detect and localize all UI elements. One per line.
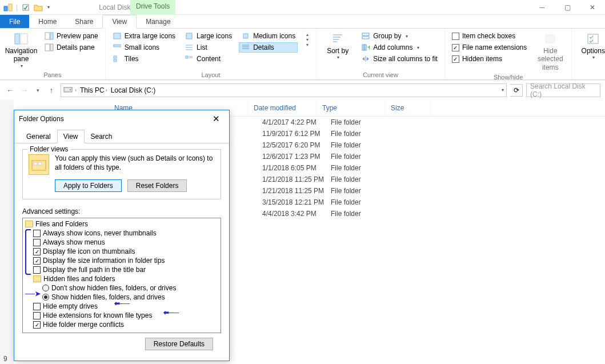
layout-large-icons[interactable]: Large icons [182, 31, 234, 41]
recent-locations-dropdown[interactable]: ▾ [32, 85, 43, 96]
column-header-date[interactable]: Date modified [248, 99, 316, 116]
drive-icon [63, 85, 73, 95]
svg-rect-1 [9, 4, 12, 11]
address-dropdown[interactable]: ▾ [502, 87, 504, 93]
size-columns-icon [361, 55, 370, 63]
dialog-title-bar[interactable]: Folder Options ✕ [14, 110, 229, 127]
tab-view[interactable]: View [102, 15, 137, 29]
tab-file[interactable]: File [0, 15, 29, 28]
back-button[interactable]: ← [5, 85, 16, 96]
new-folder-icon[interactable] [34, 3, 43, 12]
tree-item[interactable]: Display the full path in the title bar [25, 265, 218, 274]
tree-item[interactable]: Always show icons, never thumbnails [25, 229, 218, 238]
tree-item-label: Display file size information in folder … [43, 257, 165, 265]
svg-rect-4 [21, 34, 27, 44]
close-button[interactable]: ✕ [580, 0, 605, 15]
forward-button[interactable]: → [18, 85, 30, 96]
breadcrumb-this-pc[interactable]: This PC› [79, 86, 109, 94]
dialog-tab-view[interactable]: View [57, 130, 85, 143]
svg-rect-35 [546, 35, 555, 43]
layout-list[interactable]: List [182, 42, 234, 53]
breadcrumb-root[interactable]: › [74, 87, 78, 93]
cell-type: File folder [331, 210, 399, 218]
svg-rect-0 [4, 6, 7, 11]
layout-details[interactable]: Details [239, 42, 298, 53]
tree-item[interactable]: ✓Display file icon on thumbnails [25, 247, 218, 256]
tree-item[interactable]: Hide extensions for known file types [25, 311, 218, 320]
details-pane-button[interactable]: Details pane [42, 42, 101, 53]
folder-options-dialog: Folder Options ✕ General View Search Fol… [14, 110, 230, 361]
preview-pane-icon [45, 32, 54, 40]
tab-home[interactable]: Home [29, 15, 66, 28]
layout-tiles[interactable]: Tiles [110, 54, 178, 64]
hide-selected-items-button[interactable]: Hide selected items [534, 31, 567, 73]
column-header-type[interactable]: Type [316, 99, 385, 116]
checkbox-icon [33, 230, 41, 237]
minimize-button[interactable]: ─ [530, 0, 555, 15]
group-by-button[interactable]: Group by ▾ [359, 31, 440, 41]
layout-small-icons[interactable]: Small icons [110, 42, 178, 53]
checkbox-icon [33, 239, 41, 246]
tree-item[interactable]: ✓Display file size information in folder… [25, 256, 218, 265]
tab-manage[interactable]: Manage [137, 15, 179, 28]
svg-rect-13 [114, 59, 117, 62]
folder-views-description: You can apply this view (such as Details… [55, 154, 215, 175]
breadcrumb-local-disk[interactable]: Local Disk (C:) [110, 86, 157, 94]
layout-extra-large-icons[interactable]: Extra large icons [110, 31, 178, 41]
column-header-size[interactable]: Size [385, 99, 431, 116]
svg-rect-2 [23, 5, 29, 10]
navigation-tree-collapsed[interactable] [0, 99, 14, 364]
dialog-tab-search[interactable]: Search [85, 130, 119, 143]
svg-rect-9 [114, 33, 121, 39]
sort-by-button[interactable]: Sort by ▾ [321, 31, 354, 62]
dialog-close-button[interactable]: ✕ [207, 112, 225, 126]
layout-medium-icons[interactable]: Medium icons [239, 31, 298, 41]
properties-icon[interactable] [21, 3, 30, 12]
cell-date: 12/5/2017 6:20 PM [262, 141, 331, 149]
advanced-settings-tree[interactable]: Files and Folders Always show icons, nev… [22, 218, 221, 333]
layout-gallery-scroll[interactable]: ▴▾▾ [302, 31, 311, 49]
options-button[interactable]: Options ▾ [576, 31, 605, 62]
list-icon [185, 43, 194, 51]
tree-item[interactable]: Don't show hidden files, folders, or dri… [25, 283, 218, 293]
cell-date: 1/21/2018 11:25 PM [262, 175, 331, 183]
svg-rect-10 [114, 45, 117, 47]
window-controls: ─ ▢ ✕ [530, 0, 605, 15]
maximize-button[interactable]: ▢ [555, 0, 580, 15]
ribbon-group-show-hide: Item check boxes ✓File name extensions ✓… [445, 29, 572, 79]
file-name-extensions-toggle[interactable]: ✓File name extensions [450, 42, 529, 53]
preview-pane-button[interactable]: Preview pane [42, 31, 101, 41]
cell-date: 1/21/2018 11:25 PM [262, 187, 331, 195]
cell-type: File folder [331, 198, 399, 206]
qat-customize-dropdown[interactable]: ▾ [47, 5, 50, 10]
up-button[interactable]: ↑ [46, 85, 57, 96]
breadcrumb-bar[interactable]: › This PC› Local Disk (C:) ▾ [61, 83, 507, 97]
radio-icon [42, 294, 49, 301]
svg-rect-41 [38, 162, 42, 165]
address-bar: ← → ▾ ↑ › This PC› Local Disk (C:) ▾ ⟳ S… [0, 80, 605, 99]
tree-root-files-folders: Files and Folders [25, 219, 218, 229]
search-input[interactable]: Search Local Disk (C:) [526, 83, 600, 97]
add-columns-button[interactable]: +Add columns ▾ [359, 42, 440, 53]
dialog-title: Folder Options [19, 115, 64, 123]
tab-share[interactable]: Share [66, 15, 102, 28]
svg-rect-6 [50, 33, 53, 39]
cell-date: 3/15/2018 12:21 PM [262, 198, 331, 206]
layout-content[interactable]: Content [182, 54, 234, 64]
item-check-boxes-toggle[interactable]: Item check boxes [450, 31, 529, 41]
tree-item-label: Hide folder merge conflicts [43, 321, 124, 329]
size-all-columns-button[interactable]: Size all columns to fit [359, 54, 440, 64]
tree-item[interactable]: ✓Hide folder merge conflicts [25, 320, 218, 329]
navigation-pane-button[interactable]: Navigation pane ▾ [5, 31, 38, 70]
tree-item[interactable]: Always show menus [25, 238, 218, 247]
dialog-tab-general[interactable]: General [20, 130, 57, 143]
apply-to-folders-button[interactable]: Apply to Folders [55, 179, 122, 192]
cell-type: File folder [331, 118, 399, 126]
checkbox-icon [452, 33, 459, 40]
svg-rect-7 [45, 44, 50, 51]
hidden-items-toggle[interactable]: ✓Hidden items [450, 54, 529, 64]
refresh-button[interactable]: ⟳ [510, 84, 523, 97]
restore-defaults-button[interactable]: Restore Defaults [145, 338, 213, 350]
reset-folders-button[interactable]: Reset Folders [127, 179, 187, 192]
qat-separator: | [16, 3, 18, 11]
